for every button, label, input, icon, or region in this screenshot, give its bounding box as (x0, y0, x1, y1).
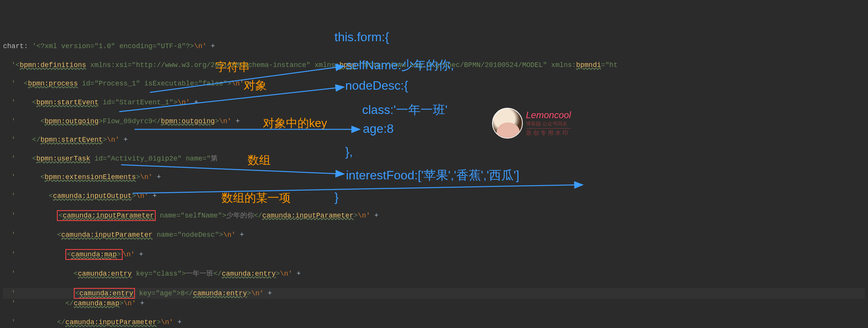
code-line: ' <camunda:entry key="class">一年一班</camun… (3, 269, 865, 278)
highlight-entry: <camunda:entry (74, 288, 135, 299)
code-line: ' <camunda:entry key="age">8</camunda:en… (3, 288, 865, 299)
code-line: ' <bpmn:outgoing>Flow_09dyrc9</bpmn:outg… (3, 117, 865, 126)
highlight-input-parameter: <camunda:inputParameter (57, 210, 155, 221)
code-line: ' <bpmn:extensionElements>\n' + (3, 172, 865, 182)
code-line: ' </camunda:inputParameter>\n' + (3, 318, 865, 327)
code-line: ' <camunda:inputParameter name="nodeDesc… (3, 230, 865, 239)
code-line: '<bpmn:definitions xmlns:xsi="http://www… (3, 60, 865, 70)
code-line: chart: '<?xml version="1.0" encoding="UT… (3, 42, 865, 51)
code-line: ' </bpmn:startEvent>\n' + (3, 135, 865, 144)
highlight-map: <camunda:map> (65, 249, 122, 260)
code-line: ' <bpmn:startEvent id="StartEvent_1">\n'… (3, 98, 865, 107)
code-line: ' <camunda:inputParameter name="selfName… (3, 210, 865, 221)
var-label: chart: (3, 42, 28, 50)
code-line: ' </camunda:map>\n' + (3, 299, 865, 308)
code-line: ' <bpmn:userTask id="Activity_0igip2e" n… (3, 154, 865, 163)
code-line: ' <camunda:map>\n' + (3, 249, 865, 260)
code-line: ' <camunda:inputOutput>\n' + (3, 191, 865, 201)
code-editor[interactable]: chart: '<?xml version="1.0" encoding="UT… (0, 31, 868, 328)
code-line: ' <bpmn:process id="Process_1" isExecuta… (3, 79, 865, 88)
